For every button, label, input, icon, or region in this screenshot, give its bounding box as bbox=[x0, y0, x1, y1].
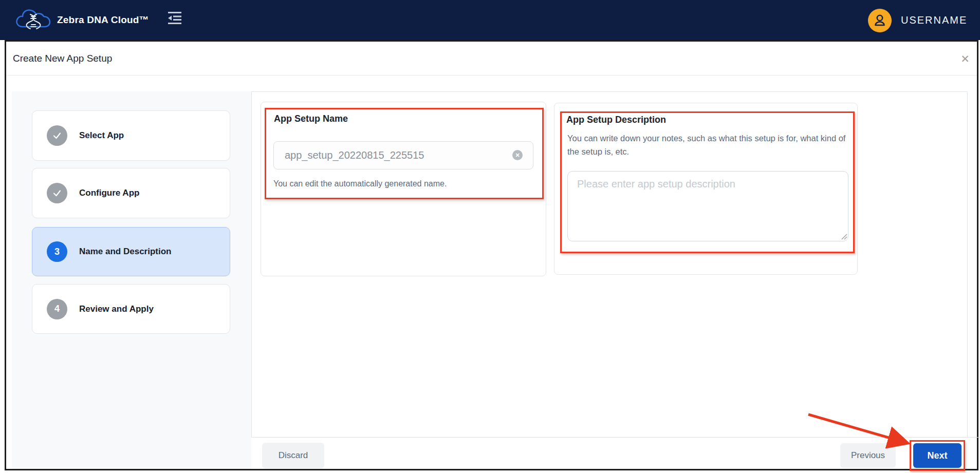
previous-button[interactable]: Previous bbox=[840, 443, 896, 468]
step-label: Review and Apply bbox=[79, 304, 154, 314]
step-select-app[interactable]: Select App bbox=[32, 110, 230, 161]
cloud-dna-logo-icon bbox=[14, 6, 55, 35]
description-card-title: App Setup Description bbox=[566, 115, 666, 125]
step-review-and-apply[interactable]: 4 Review and Apply bbox=[32, 284, 230, 334]
top-navbar: Zebra DNA Cloud™ USERNAME bbox=[0, 0, 980, 40]
app-setup-description-textarea[interactable] bbox=[567, 171, 848, 241]
checkmark-icon bbox=[47, 183, 67, 203]
app-setup-name-input[interactable] bbox=[273, 141, 533, 169]
step-configure-app[interactable]: Configure App bbox=[32, 168, 230, 218]
close-icon[interactable]: ✕ bbox=[956, 51, 974, 67]
app-setup-description-card: App Setup Description You can write down… bbox=[554, 103, 858, 275]
app-setup-name-card: App Setup Name ✕ You can edit the automa… bbox=[261, 102, 546, 276]
title-divider bbox=[6, 75, 977, 75]
description-hint-text: You can write down your notes, such as w… bbox=[567, 131, 855, 158]
name-card-title: App Setup Name bbox=[274, 113, 348, 124]
person-icon bbox=[872, 13, 887, 28]
wizard-steps-sidebar: Select App Configure App 3 Name and Desc… bbox=[12, 91, 251, 469]
step-name-and-description[interactable]: 3 Name and Description bbox=[32, 227, 230, 276]
step-label: Select App bbox=[79, 130, 124, 141]
create-app-setup-dialog: Create New App Setup ✕ Select App Config… bbox=[5, 40, 978, 470]
app-brand-title: Zebra DNA Cloud™ bbox=[57, 0, 149, 40]
next-button[interactable]: Next bbox=[913, 443, 961, 468]
step-label: Configure App bbox=[79, 188, 139, 198]
footer-divider bbox=[968, 437, 980, 438]
clear-x-icon[interactable]: ✕ bbox=[512, 150, 523, 160]
resize-handle-icon[interactable] bbox=[840, 233, 847, 240]
collapse-menu-icon[interactable] bbox=[168, 11, 182, 25]
step-number-badge: 3 bbox=[47, 241, 67, 262]
step-number-badge: 4 bbox=[47, 299, 67, 319]
name-helper-text: You can edit the automatically generated… bbox=[273, 179, 447, 188]
checkmark-icon bbox=[47, 125, 67, 146]
discard-button[interactable]: Discard bbox=[262, 443, 324, 468]
user-avatar[interactable] bbox=[868, 9, 892, 32]
step-content-panel: App Setup Name ✕ You can edit the automa… bbox=[251, 91, 968, 438]
username-label[interactable]: USERNAME bbox=[901, 0, 967, 40]
page-title: Create New App Setup bbox=[13, 53, 112, 64]
step-label: Name and Description bbox=[79, 247, 172, 257]
